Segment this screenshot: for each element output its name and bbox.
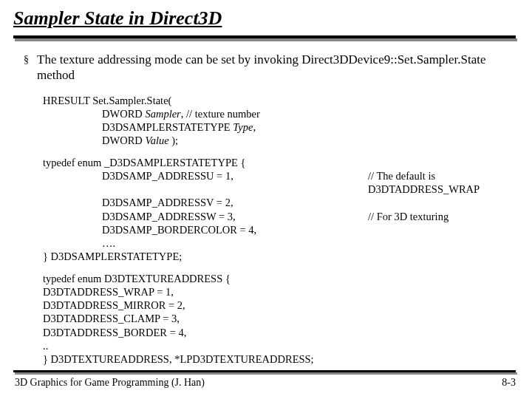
code-param: Value [145,134,168,146]
code-text: ); [169,134,178,146]
code-line: typedef enum D3DTEXTUREADDRESS { [43,272,511,285]
code-line: typedef enum _D3DSAMPLERSTATETYPE { [43,156,511,169]
code-param: Type [233,121,253,133]
code-text: D3DSAMP_ADDRESSU = 1, [43,169,368,196]
code-line: D3DSAMP_BORDERCOLOR = 4, [43,223,511,236]
code-text: D3DSAMPLERSTATETYPE [102,121,233,133]
bullet-item: § The texture addressing mode can be set… [24,52,511,83]
code-line: .. [43,339,511,352]
code-text: , [253,121,256,133]
slide: Sampler State in Direct3D § The texture … [0,0,532,399]
code-comment: // For 3D texturing [368,210,511,223]
code-block-2: typedef enum _D3DSAMPLERSTATETYPE { D3DS… [43,156,511,263]
footer-left: 3D Graphics for Game Programming (J. Han… [15,377,205,389]
code-line: …. [43,236,511,250]
code-line: D3DSAMPLERSTATETYPE Type, [43,120,511,134]
slide-body: § The texture addressing mode can be set… [24,52,511,375]
code-line: D3DTADDRESS_BORDER = 4, [43,326,511,339]
code-text: DWORD [102,134,145,146]
code-param: Sampler [145,108,180,120]
code-text: D3DSAMP_ADDRESSV = 2, [43,196,368,209]
code-line: D3DSAMP_ADDRESSU = 1, // The default is … [43,169,511,196]
code-comment: // The default is D3DTADDRESS_WRAP [368,169,511,196]
code-line: D3DSAMP_ADDRESSV = 2, [43,196,511,209]
code-text: D3DSAMP_ADDRESSW = 3, [43,210,368,223]
code-text: , // texture number [181,108,260,120]
code-text: …. [43,236,368,250]
code-line: HRESULT Set.Sampler.State( [43,94,511,107]
code-block-1: HRESULT Set.Sampler.State( DWORD Sampler… [43,94,511,148]
code-line: DWORD Sampler, // texture number [43,107,511,120]
code-block-3: typedef enum D3DTEXTUREADDRESS { D3DTADD… [43,272,511,366]
slide-title: Sampler State in Direct3D [13,7,222,30]
code-line: D3DSAMP_ADDRESSW = 3, // For 3D texturin… [43,210,511,223]
code-line: D3DTADDRESS_WRAP = 1, [43,285,511,299]
code-line: } D3DSAMPLERSTATETYPE; [43,250,511,263]
code-line: DWORD Value ); [43,134,511,147]
code-line: D3DTADDRESS_CLAMP = 3, [43,312,511,325]
code-text: DWORD [102,108,145,120]
bullet-text: The texture addressing mode can be set b… [37,52,511,83]
code-text: D3DSAMP_BORDERCOLOR = 4, [43,223,368,236]
code-comment [368,196,511,209]
bullet-mark: § [24,52,37,68]
code-line: D3DTADDRESS_MIRROR = 2, [43,299,511,312]
code-line: } D3DTEXTUREADDRESS, *LPD3DTEXTUREADDRES… [43,352,511,366]
footer-page-number: 8-3 [502,377,516,389]
